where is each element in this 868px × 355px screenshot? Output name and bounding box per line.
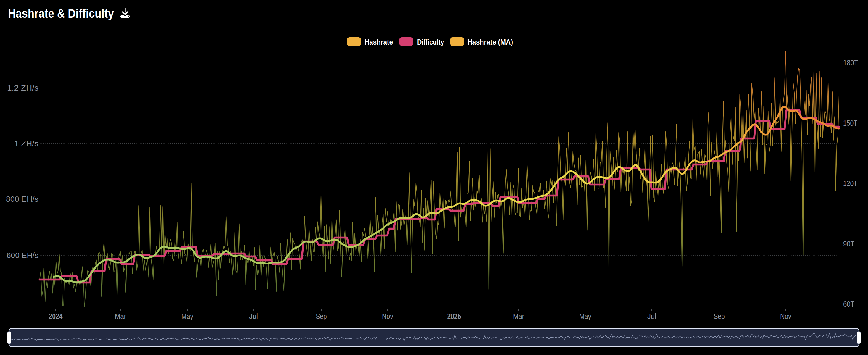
svg-text:Sep: Sep (316, 312, 327, 320)
svg-text:600 EH/s: 600 EH/s (6, 251, 38, 259)
svg-text:May: May (181, 312, 193, 320)
svg-text:1 ZH/s: 1 ZH/s (14, 139, 38, 148)
svg-text:800 EH/s: 800 EH/s (6, 195, 38, 203)
svg-text:Jul: Jul (647, 312, 656, 320)
svg-text:Mar: Mar (513, 312, 524, 320)
svg-text:180T: 180T (843, 59, 858, 67)
svg-text:May: May (579, 312, 591, 320)
svg-text:60T: 60T (843, 300, 855, 308)
svg-text:2025: 2025 (447, 312, 461, 320)
svg-text:Hashrate: Hashrate (365, 38, 393, 46)
svg-text:Nov: Nov (780, 312, 792, 320)
svg-text:Nov: Nov (382, 312, 393, 320)
svg-text:2024: 2024 (49, 312, 63, 320)
svg-text:Difficulty: Difficulty (417, 38, 444, 46)
svg-text:90T: 90T (843, 239, 855, 248)
svg-text:150T: 150T (843, 119, 857, 127)
svg-text:120T: 120T (843, 179, 857, 188)
svg-text:1.2 ZH/s: 1.2 ZH/s (7, 84, 38, 92)
svg-text:Mar: Mar (115, 312, 126, 320)
svg-text:Hashrate (MA): Hashrate (MA) (467, 38, 513, 46)
svg-text:Sep: Sep (714, 312, 725, 320)
svg-text:Hashrate & Difficulty: Hashrate & Difficulty (8, 6, 114, 21)
svg-text:Jul: Jul (249, 312, 258, 320)
